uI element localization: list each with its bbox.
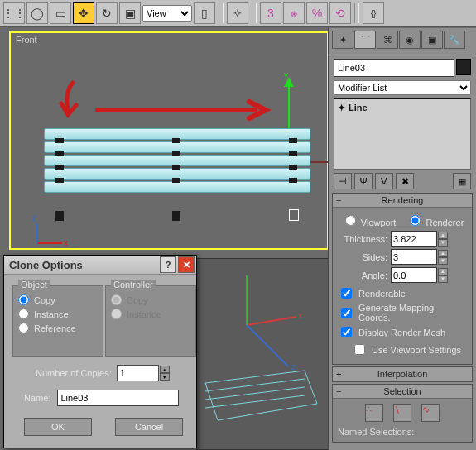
ok-button[interactable]: OK (24, 418, 92, 436)
axis-z-label: z (32, 213, 36, 223)
tab-motion-icon[interactable]: ◉ (399, 31, 421, 49)
perspective-content-icon: x z (197, 259, 328, 449)
angle-spinner[interactable]: ▲▼ (438, 268, 448, 283)
sel-segment-icon[interactable]: ∖ (393, 404, 411, 422)
gizmo-y-label: y (284, 70, 288, 79)
tool-center-icon[interactable]: ▯ (194, 2, 215, 24)
radio-ctrl-copy: Copy (111, 294, 190, 305)
radio-renderer[interactable]: Renderer (406, 213, 464, 227)
tool-move-icon[interactable]: ✥ (73, 2, 94, 24)
clone-name-input[interactable] (57, 390, 179, 406)
show-end-icon[interactable]: Ψ (354, 173, 373, 189)
make-unique-icon[interactable]: ∀ (375, 173, 393, 189)
modifier-stack[interactable]: ✦Line (334, 98, 471, 170)
radio-ctrl-instance: Instance (111, 309, 190, 319)
viewport-label: Front (16, 35, 37, 45)
group-controller-label: Controller (111, 280, 156, 290)
toolbar-separator (219, 3, 224, 23)
gizmo-y-axis-icon[interactable] (288, 79, 290, 132)
stack-item-line[interactable]: Line (349, 103, 368, 112)
tab-create-icon[interactable]: ✦ (332, 31, 353, 49)
sides-spinner[interactable]: ▲▼ (438, 250, 448, 265)
chk-display[interactable]: Display Render Mesh (338, 324, 467, 340)
svg-text:x: x (298, 311, 302, 320)
name-label: Name: (24, 393, 50, 403)
cancel-button[interactable]: Cancel (115, 418, 183, 436)
tab-utilities-icon[interactable]: 🔧 (444, 31, 465, 49)
sides-input[interactable] (391, 249, 437, 265)
radio-reference[interactable]: Reference (18, 323, 98, 333)
tool-manip-icon[interactable]: ✧ (227, 2, 248, 24)
help-button[interactable]: ? (160, 256, 176, 273)
sel-spline-icon[interactable]: ∿ (421, 404, 440, 422)
remove-mod-icon[interactable]: ✖ (396, 173, 414, 189)
object-color-swatch[interactable] (456, 59, 471, 75)
tab-hierarchy-icon[interactable]: ⌘ (377, 31, 398, 49)
toolbar-separator (252, 3, 257, 23)
annotation-arrow-right-icon (94, 98, 272, 122)
named-selections-label: Named Selections: (338, 427, 414, 437)
named-sel-icon[interactable]: {} (363, 2, 384, 24)
num-copies-label: Number of Copies: (36, 368, 112, 378)
dialog-title: Clone Options (9, 259, 83, 271)
chk-useview[interactable]: Use Viewport Settings (338, 342, 467, 357)
object-name-input[interactable] (334, 59, 454, 77)
viewport-front[interactable]: Front y x z (9, 31, 329, 250)
rollout-rendering: −Rendering Viewport Renderer Thickness:▲… (332, 193, 473, 365)
sel-vertex-icon[interactable]: ∴ (365, 404, 383, 422)
rollout-selection-header[interactable]: −Selection (333, 385, 472, 399)
angle-label: Angle: (338, 270, 387, 280)
tab-modify-icon[interactable]: ⌒ (354, 31, 376, 49)
svg-text:z: z (291, 362, 296, 371)
stack-toolbar: ⊣ Ψ ∀ ✖ ▦ (334, 173, 471, 189)
rollout-selection: −Selection ∴ ∖ ∿ Named Selections: (332, 384, 473, 443)
svg-line-3 (247, 317, 296, 325)
chk-genmap[interactable]: Generate Mapping Coords. (338, 303, 467, 323)
tab-display-icon[interactable]: ▣ (421, 31, 443, 49)
percent-snap-icon[interactable]: % (306, 2, 328, 24)
rollout-interpolation-header[interactable]: +Interpolation (333, 367, 472, 381)
close-button[interactable]: ✕ (178, 256, 195, 273)
viewport-perspective[interactable]: x z (196, 258, 329, 450)
thickness-spinner[interactable]: ▲▼ (438, 232, 448, 247)
snap-toggle-icon[interactable]: 3 (260, 2, 281, 24)
rollout-interpolation: +Interpolation (332, 366, 473, 382)
angle-input[interactable] (391, 267, 437, 283)
tool-select-icon[interactable]: ◯ (26, 2, 48, 24)
axis-x-label: x (64, 238, 68, 247)
scene-object-bench[interactable] (44, 128, 309, 211)
command-panel: ✦ ⌒ ⌘ ◉ ▣ 🔧 Modifier List ✦Line ⊣ Ψ ∀ ✖ … (328, 28, 476, 450)
stack-expand-icon[interactable]: ✦ (338, 103, 345, 112)
pin-stack-icon[interactable]: ⊣ (334, 173, 352, 189)
reference-coord-dropdown[interactable]: View (142, 5, 192, 22)
annotation-arrow-down-icon (56, 79, 81, 120)
rollout-rendering-header[interactable]: −Rendering (333, 194, 472, 208)
toolbar-separator (354, 3, 359, 23)
radio-instance[interactable]: Instance (18, 309, 98, 319)
main-toolbar: ⋮⋮ ◯ ▭ ✥ ↻ ▣ View ▯ ✧ 3 ⎈ % ⟲ {} (0, 0, 476, 27)
num-copies-input[interactable] (117, 365, 159, 381)
num-copies-spinner[interactable]: ▲▼ (160, 366, 170, 381)
angle-snap-icon[interactable]: ⎈ (283, 2, 305, 24)
svg-line-5 (247, 325, 288, 366)
tool-rect-icon[interactable]: ▭ (50, 2, 71, 24)
tool-rotate-icon[interactable]: ↻ (96, 2, 118, 24)
group-object-label: Object (18, 280, 50, 290)
thickness-input[interactable] (391, 231, 437, 247)
group-controller: Controller Copy Instance (105, 285, 196, 357)
configure-sets-icon[interactable]: ▦ (453, 173, 471, 189)
dialog-titlebar[interactable]: Clone Options ? ✕ (4, 256, 196, 275)
spinner-snap-icon[interactable]: ⟲ (329, 2, 351, 24)
sides-label: Sides: (338, 252, 387, 262)
radio-copy[interactable]: Copy (18, 294, 98, 305)
modifier-list-dropdown[interactable]: Modifier List (334, 80, 471, 95)
tool-scale-icon[interactable]: ▣ (119, 2, 141, 24)
clone-options-dialog: Clone Options ? ✕ Object Copy Instance R… (3, 255, 197, 448)
group-object: Object Copy Instance Reference (12, 285, 103, 357)
thickness-label: Thickness: (338, 234, 387, 244)
command-panel-tabs: ✦ ⌒ ⌘ ◉ ▣ 🔧 (329, 28, 476, 55)
tool-link-icon[interactable]: ⋮⋮ (3, 2, 25, 24)
axis-tripod-icon (31, 222, 67, 248)
radio-viewport[interactable]: Viewport (341, 213, 397, 227)
chk-renderable[interactable]: Renderable (338, 285, 467, 301)
